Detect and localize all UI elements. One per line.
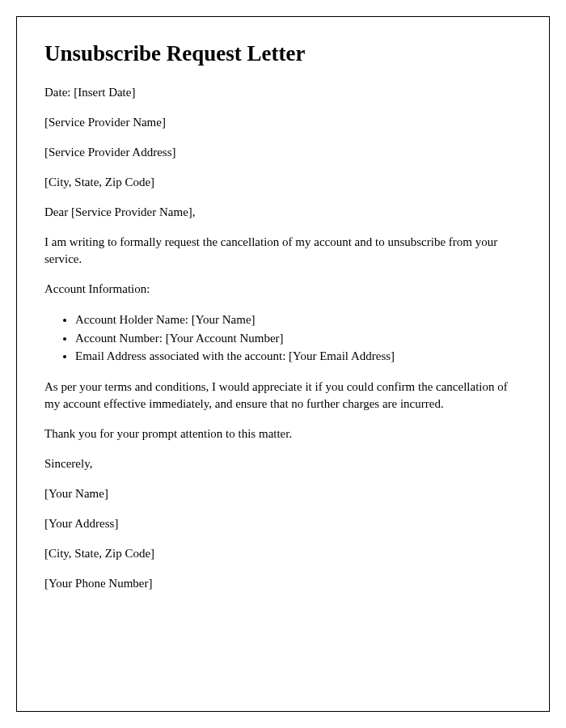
your-city-line: [City, State, Zip Code]: [44, 545, 522, 562]
account-info-list: Account Holder Name: [Your Name] Account…: [75, 311, 522, 366]
account-info-label: Account Information:: [44, 281, 522, 298]
your-address-line: [Your Address]: [44, 515, 522, 532]
list-item: Account Number: [Your Account Number]: [75, 329, 522, 348]
document-title: Unsubscribe Request Letter: [44, 41, 522, 66]
document-frame: Unsubscribe Request Letter Date: [Insert…: [16, 16, 550, 712]
thanks-line: Thank you for your prompt attention to t…: [44, 425, 522, 442]
provider-name-line: [Service Provider Name]: [44, 114, 522, 131]
terms-paragraph: As per your terms and conditions, I woul…: [44, 379, 522, 413]
your-phone-line: [Your Phone Number]: [44, 575, 522, 592]
salutation-line: Dear [Service Provider Name],: [44, 204, 522, 221]
list-item: Account Holder Name: [Your Name]: [75, 311, 522, 329]
list-item: Email Address associated with the accoun…: [75, 347, 522, 366]
provider-address-line: [Service Provider Address]: [44, 144, 522, 161]
date-line: Date: [Insert Date]: [44, 84, 522, 101]
intro-paragraph: I am writing to formally request the can…: [44, 234, 522, 268]
your-name-line: [Your Name]: [44, 485, 522, 502]
provider-city-line: [City, State, Zip Code]: [44, 174, 522, 191]
closing-line: Sincerely,: [44, 455, 522, 472]
